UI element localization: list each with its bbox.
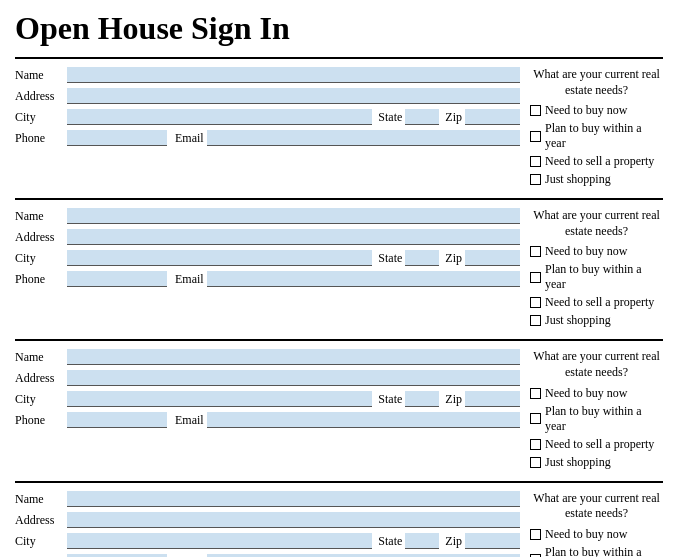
address-row-1: Address xyxy=(15,88,520,104)
phone-row-3: Phone Email xyxy=(15,412,520,428)
needs-section-3: What are your current real estate needs?… xyxy=(520,349,663,472)
left-fields-3: Name Address City State Zip Phone Email xyxy=(15,349,520,472)
city-input-3[interactable] xyxy=(67,391,372,407)
email-input-4[interactable] xyxy=(207,554,520,557)
checkbox-3-2[interactable] xyxy=(530,439,541,450)
checkbox-row-3-3[interactable]: Just shopping xyxy=(530,455,663,470)
checkbox-label-4-0: Need to buy now xyxy=(545,527,627,542)
checkbox-label-2-1: Plan to buy within a year xyxy=(545,262,663,292)
needs-title-3: What are your current real estate needs? xyxy=(530,349,663,380)
address-label-1: Address xyxy=(15,89,63,104)
zip-label-4: Zip xyxy=(445,534,462,549)
name-label-4: Name xyxy=(15,492,63,507)
checkbox-row-3-1[interactable]: Plan to buy within a year xyxy=(530,404,663,434)
name-input-4[interactable] xyxy=(67,491,520,507)
phone-label-2: Phone xyxy=(15,272,63,287)
city-input-2[interactable] xyxy=(67,250,372,266)
needs-section-1: What are your current real estate needs?… xyxy=(520,67,663,190)
checkbox-3-1[interactable] xyxy=(530,413,541,424)
checkbox-row-2-3[interactable]: Just shopping xyxy=(530,313,663,328)
checkbox-2-1[interactable] xyxy=(530,272,541,283)
name-row-3: Name xyxy=(15,349,520,365)
email-label-1: Email xyxy=(175,131,204,146)
name-input-3[interactable] xyxy=(67,349,520,365)
checkbox-row-1-0[interactable]: Need to buy now xyxy=(530,103,663,118)
name-row-2: Name xyxy=(15,208,520,224)
state-input-1[interactable] xyxy=(405,109,439,125)
city-label-3: City xyxy=(15,392,63,407)
checkbox-row-1-3[interactable]: Just shopping xyxy=(530,172,663,187)
zip-input-1[interactable] xyxy=(465,109,520,125)
city-input-1[interactable] xyxy=(67,109,372,125)
email-input-1[interactable] xyxy=(207,130,520,146)
needs-section-2: What are your current real estate needs?… xyxy=(520,208,663,331)
address-input-3[interactable] xyxy=(67,370,520,386)
state-label-4: State xyxy=(378,534,402,549)
city-row-1: City State Zip xyxy=(15,109,520,125)
checkbox-2-3[interactable] xyxy=(530,315,541,326)
name-label-3: Name xyxy=(15,350,63,365)
checkbox-1-0[interactable] xyxy=(530,105,541,116)
checkbox-1-1[interactable] xyxy=(530,131,541,142)
zip-input-4[interactable] xyxy=(465,533,520,549)
city-input-4[interactable] xyxy=(67,533,372,549)
city-row-2: City State Zip xyxy=(15,250,520,266)
state-input-2[interactable] xyxy=(405,250,439,266)
checkbox-row-4-0[interactable]: Need to buy now xyxy=(530,527,663,542)
phone-row-4: Phone Email xyxy=(15,554,520,557)
checkbox-3-0[interactable] xyxy=(530,388,541,399)
checkbox-label-3-0: Need to buy now xyxy=(545,386,627,401)
city-label-4: City xyxy=(15,534,63,549)
phone-input-2[interactable] xyxy=(67,271,167,287)
checkbox-row-3-0[interactable]: Need to buy now xyxy=(530,386,663,401)
needs-title-4: What are your current real estate needs? xyxy=(530,491,663,522)
phone-input-4[interactable] xyxy=(67,554,167,557)
zip-input-2[interactable] xyxy=(465,250,520,266)
zip-label-1: Zip xyxy=(445,110,462,125)
address-input-4[interactable] xyxy=(67,512,520,528)
checkbox-label-1-0: Need to buy now xyxy=(545,103,627,118)
form-section-2: Name Address City State Zip Phone Email … xyxy=(15,198,663,337)
address-row-3: Address xyxy=(15,370,520,386)
phone-row-1: Phone Email xyxy=(15,130,520,146)
checkbox-2-2[interactable] xyxy=(530,297,541,308)
checkbox-4-0[interactable] xyxy=(530,529,541,540)
checkbox-row-2-2[interactable]: Need to sell a property xyxy=(530,295,663,310)
email-input-3[interactable] xyxy=(207,412,520,428)
phone-input-1[interactable] xyxy=(67,130,167,146)
checkbox-3-3[interactable] xyxy=(530,457,541,468)
checkbox-1-2[interactable] xyxy=(530,156,541,167)
state-input-3[interactable] xyxy=(405,391,439,407)
phone-label-3: Phone xyxy=(15,413,63,428)
form-section-3: Name Address City State Zip Phone Email … xyxy=(15,339,663,478)
name-input-2[interactable] xyxy=(67,208,520,224)
checkbox-1-3[interactable] xyxy=(530,174,541,185)
phone-row-2: Phone Email xyxy=(15,271,520,287)
phone-input-3[interactable] xyxy=(67,412,167,428)
zip-input-3[interactable] xyxy=(465,391,520,407)
address-label-2: Address xyxy=(15,230,63,245)
state-input-4[interactable] xyxy=(405,533,439,549)
address-label-4: Address xyxy=(15,513,63,528)
address-input-2[interactable] xyxy=(67,229,520,245)
checkbox-2-0[interactable] xyxy=(530,246,541,257)
checkbox-label-1-2: Need to sell a property xyxy=(545,154,654,169)
name-label-2: Name xyxy=(15,209,63,224)
checkbox-row-2-1[interactable]: Plan to buy within a year xyxy=(530,262,663,292)
city-label-2: City xyxy=(15,251,63,266)
city-row-4: City State Zip xyxy=(15,533,520,549)
checkbox-row-1-1[interactable]: Plan to buy within a year xyxy=(530,121,663,151)
email-input-2[interactable] xyxy=(207,271,520,287)
address-input-1[interactable] xyxy=(67,88,520,104)
checkbox-row-2-0[interactable]: Need to buy now xyxy=(530,244,663,259)
state-label-2: State xyxy=(378,251,402,266)
name-label-1: Name xyxy=(15,68,63,83)
checkbox-row-4-1[interactable]: Plan to buy within a year xyxy=(530,545,663,557)
checkbox-label-3-2: Need to sell a property xyxy=(545,437,654,452)
state-label-3: State xyxy=(378,392,402,407)
checkbox-row-3-2[interactable]: Need to sell a property xyxy=(530,437,663,452)
checkbox-row-1-2[interactable]: Need to sell a property xyxy=(530,154,663,169)
state-label-1: State xyxy=(378,110,402,125)
form-section-1: Name Address City State Zip Phone Email … xyxy=(15,57,663,196)
name-input-1[interactable] xyxy=(67,67,520,83)
